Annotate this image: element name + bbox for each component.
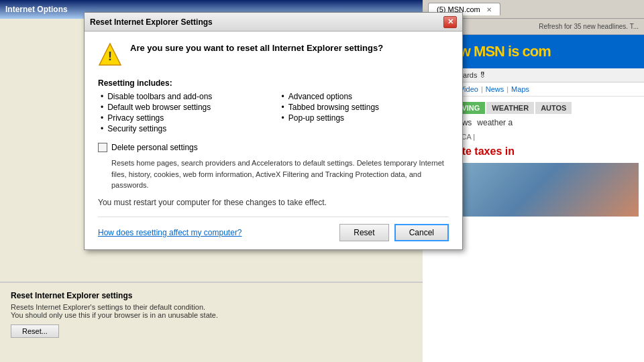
bullet-icon: • — [282, 92, 284, 101]
sub-link-weather[interactable]: weather a — [477, 118, 513, 127]
cat-weather[interactable]: WEATHER — [486, 102, 534, 114]
settings-grid: • Disable toolbars and add-ons • Advance… — [98, 92, 449, 133]
delete-personal-label: Delete personal settings — [111, 143, 198, 152]
svg-text:!: ! — [108, 50, 112, 63]
bullet-icon: • — [101, 124, 103, 133]
bullet-icon: • — [101, 103, 103, 112]
setting-item-popup: • Pop-up settings — [282, 113, 449, 123]
refresh-text: Refresh for 35 new headlines. T... — [539, 23, 639, 30]
delete-personal-checkbox-row[interactable]: Delete personal settings — [98, 143, 449, 152]
dialog-close-button[interactable]: ✕ — [443, 16, 457, 28]
bullet-icon: • — [101, 92, 103, 101]
help-link[interactable]: How does resetting affect my computer? — [98, 228, 242, 237]
ie-bottom-section: Reset Internet Explorer settings Resets … — [0, 282, 423, 362]
reset-ie-dialog: Reset Internet Explorer Settings ✕ ! Are… — [84, 12, 463, 250]
bullet-icon: • — [282, 103, 284, 112]
setting-item-toolbars: • Disable toolbars and add-ons — [101, 92, 268, 101]
dialog-header: ! Are you sure you want to reset all Int… — [98, 42, 449, 69]
setting-item-browser: • Default web browser settings — [101, 103, 268, 112]
setting-item-advanced: • Advanced options — [282, 92, 449, 101]
dialog-title: Reset Internet Explorer Settings — [90, 17, 213, 27]
reset-button[interactable]: Reset — [339, 224, 388, 241]
dialog-titlebar: Reset Internet Explorer Settings ✕ — [85, 13, 462, 32]
dialog-body: ! Are you sure you want to reset all Int… — [85, 32, 462, 249]
setting-item-tabbed: • Tabbed browsing settings — [282, 103, 449, 112]
link-news[interactable]: News — [486, 85, 504, 93]
resetting-includes-label: Resetting includes: — [98, 78, 449, 88]
delete-personal-checkbox[interactable] — [98, 143, 107, 152]
bullet-icon: • — [101, 113, 103, 123]
tab-close-icon[interactable]: ✕ — [486, 6, 492, 13]
bullet-icon: • — [282, 113, 284, 123]
dialog-footer: How does resetting affect my computer? R… — [98, 217, 449, 241]
restart-notice: You must restart your computer for these… — [98, 198, 449, 207]
ie-bottom-reset-button[interactable]: Reset... — [11, 324, 59, 338]
ie-bottom-desc: Resets Internet Explorer's settings to t… — [11, 303, 412, 319]
warning-icon: ! — [98, 42, 122, 69]
setting-item-security: • Security settings — [101, 124, 268, 133]
ie-options-title-text: Internet Options — [5, 5, 68, 14]
checkbox-description: Resets home pages, search providers and … — [98, 158, 449, 191]
setting-item-privacy: • Privacy settings — [101, 113, 268, 123]
cat-autos[interactable]: AUTOS — [535, 102, 572, 114]
cancel-button[interactable]: Cancel — [394, 224, 449, 241]
dialog-question: Are you sure you want to reset all Inter… — [130, 42, 383, 54]
footer-buttons: Reset Cancel — [339, 224, 449, 241]
link-maps[interactable]: Maps — [511, 85, 529, 93]
ie-bottom-title: Reset Internet Explorer settings — [11, 291, 412, 300]
